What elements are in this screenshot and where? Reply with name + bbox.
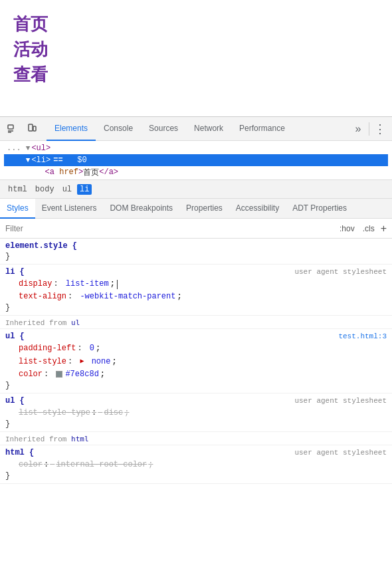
page-content: 首页 活动 查看 (0, 0, 392, 116)
device-toolbar-icon[interactable] (23, 120, 41, 138)
css-rule-li-ua: li { user agent stylesheet display: list… (0, 265, 392, 316)
hov-button[interactable]: :hov (338, 223, 357, 234)
css-rules-panel: element.style { } li { user agent styles… (0, 239, 392, 563)
tab-properties[interactable]: Properties (179, 199, 229, 219)
css-prop-list-style: list-style: ▶ none; (5, 356, 387, 368)
cls-button[interactable]: .cls (361, 223, 377, 234)
toolbar-icons (3, 120, 41, 138)
color-swatch-7e8c8d[interactable] (56, 371, 62, 378)
tab-event-listeners[interactable]: Event Listeners (35, 199, 104, 219)
tab-sources[interactable]: Sources (141, 117, 186, 141)
link-view[interactable]: 查看 (13, 64, 379, 86)
tab-dom-breakpoints[interactable]: DOM Breakpoints (103, 199, 179, 219)
css-rule-html-ua: html { user agent stylesheet color: inte… (0, 445, 392, 484)
css-source-li-ua: user agent stylesheet (294, 268, 387, 276)
css-source-ul-ua: user agent stylesheet (294, 397, 387, 405)
tab-styles[interactable]: Styles (0, 199, 35, 219)
list-style-triangle-icon[interactable]: ▶ (80, 356, 84, 367)
more-tabs-icon[interactable]: » (349, 120, 367, 138)
dom-expand-ul[interactable]: ▼ (26, 144, 31, 152)
tab-console[interactable]: Console (96, 117, 141, 141)
devtools-panel: Elements Console Sources Network Perform… (0, 116, 392, 563)
filter-bar: :hov .cls + (0, 219, 392, 239)
devtools-tabs: Elements Console Sources Network Perform… (47, 117, 349, 141)
breadcrumb-html[interactable]: html (5, 184, 30, 195)
filter-input[interactable] (5, 224, 338, 233)
css-prop-display: display: list-item; (5, 278, 387, 290)
inherited-from-ul: Inherited from ul (0, 316, 392, 329)
tab-adt-properties[interactable]: ADT Properties (286, 199, 353, 219)
link-home[interactable]: 首页 (13, 13, 379, 36)
devtools-toolbar: Elements Console Sources Network Perform… (0, 117, 392, 141)
tab-performance[interactable]: Performance (231, 117, 293, 141)
dom-ellipsis: ... (7, 144, 21, 153)
dom-row-a[interactable]: <a href>首页</a> (4, 166, 388, 178)
link-activity[interactable]: 活动 (13, 39, 379, 61)
css-prop-text-align: text-align: -webkit-match-parent; (5, 290, 387, 303)
svg-rect-0 (8, 125, 13, 129)
css-rule-element-style: element.style { } (0, 239, 392, 265)
breadcrumb-ul[interactable]: ul (60, 184, 74, 195)
css-prop-color-html: color: internal-root-color; (5, 459, 387, 471)
breadcrumb-li[interactable]: li (77, 184, 92, 195)
tab-network[interactable]: Network (186, 117, 231, 141)
tab-elements[interactable]: Elements (47, 117, 96, 141)
breadcrumb: html body ul li (0, 180, 392, 199)
dom-row-li[interactable]: ▼ <li> == $0 (4, 154, 388, 166)
inherited-from-html: Inherited from html (0, 432, 392, 445)
css-selector-li: li { (5, 267, 25, 277)
add-style-rule-button[interactable]: + (381, 223, 387, 235)
text-cursor (117, 280, 118, 289)
dom-row-ul[interactable]: ... ▼ <ul> (4, 142, 388, 154)
divider (369, 122, 369, 136)
css-selector-ul-test: ul { (5, 332, 25, 341)
css-source-link-test[interactable]: test.html:3 (338, 332, 387, 340)
css-selector-html-ua: html { (5, 448, 34, 457)
svg-rect-3 (29, 124, 33, 131)
dom-tree: ... ▼ <ul> ▼ <li> == $0 <a href>首页</a> (0, 141, 392, 180)
css-prop-color: color: #7e8c8d; (5, 368, 387, 381)
css-source-html-ua: user agent stylesheet (294, 449, 387, 457)
css-selector-ul-ua: ul { (5, 396, 25, 405)
svg-rect-4 (33, 126, 36, 131)
toolbar-end: » ⋮ (349, 120, 389, 138)
css-rule-ul-ua: ul { user agent stylesheet list-style-ty… (0, 394, 392, 432)
css-prop-padding-left: padding-left: 0; (5, 342, 387, 355)
css-source-ul-test: test.html:3 (338, 332, 387, 340)
dom-expand-li[interactable]: ▼ (26, 156, 31, 164)
tab-accessibility[interactable]: Accessibility (229, 199, 286, 219)
css-selector-element-style: element.style { (5, 241, 77, 251)
breadcrumb-body[interactable]: body (33, 184, 57, 195)
styles-panel-tabs: Styles Event Listeners DOM Breakpoints P… (0, 199, 392, 219)
devtools-menu-icon[interactable]: ⋮ (371, 120, 389, 138)
inspect-element-icon[interactable] (3, 120, 21, 138)
filter-options: :hov .cls + (338, 223, 387, 235)
css-rule-ul-testhtml: ul { test.html:3 padding-left: 0; list-s… (0, 329, 392, 394)
css-prop-list-style-type: list-style-type: disc; (5, 407, 387, 419)
